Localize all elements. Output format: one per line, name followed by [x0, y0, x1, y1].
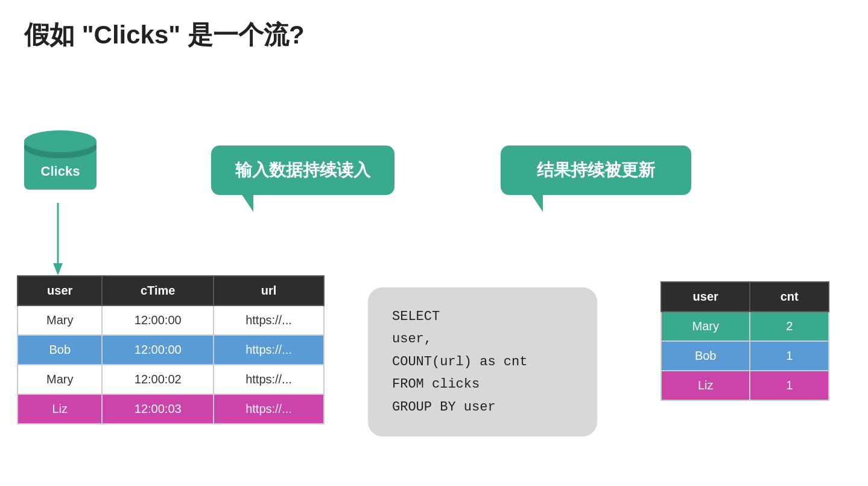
input-data-table: user cTime url Mary 12:00:00 https://...… — [17, 275, 325, 424]
main-content: Clicks 输入数据持续读入 结果持续被更新 user cTime url M… — [0, 58, 868, 484]
bubble-right: 结果持续被更新 — [501, 145, 691, 195]
svg-marker-1 — [53, 263, 63, 275]
output-table-container: user cnt Mary 2 Bob 1 Liz 1 — [661, 281, 829, 401]
cell-user: Mary — [17, 365, 102, 394]
cell-ctime: 12:00:02 — [102, 365, 214, 394]
cylinder: Clicks — [24, 130, 97, 197]
sql-line5: GROUP BY user — [392, 400, 496, 415]
cell-ctime: 12:00:00 — [102, 335, 214, 365]
out-cell-cnt: 1 — [750, 371, 829, 400]
cell-url: https://... — [214, 365, 324, 394]
col-header-url: url — [214, 276, 324, 305]
out-cell-cnt: 2 — [750, 312, 829, 341]
table-row: Mary 12:00:00 https://... — [17, 305, 324, 335]
out-cell-user: Liz — [661, 371, 750, 400]
cylinder-top — [24, 130, 97, 152]
cell-url: https://... — [214, 305, 324, 335]
cell-ctime: 12:00:03 — [102, 394, 214, 424]
output-header-row: user cnt — [661, 282, 829, 312]
sql-line4: FROM clicks — [392, 377, 480, 392]
sql-line2: user, — [392, 331, 432, 347]
sql-line3: COUNT(url) as cnt — [392, 354, 527, 369]
input-table-container: user cTime url Mary 12:00:00 https://...… — [17, 275, 325, 424]
cell-user: Liz — [17, 394, 102, 424]
table-row: Liz 12:00:03 https://... — [17, 394, 324, 424]
cell-url: https://... — [214, 335, 324, 365]
cylinder-label: Clicks — [41, 164, 80, 179]
col-header-ctime: cTime — [102, 276, 214, 305]
cell-ctime: 12:00:00 — [102, 305, 214, 335]
table-row: Bob 12:00:00 https://... — [17, 335, 324, 365]
out-cell-cnt: 1 — [750, 341, 829, 371]
out-cell-user: Mary — [661, 312, 750, 341]
col-header-user: user — [17, 276, 102, 305]
cell-url: https://... — [214, 394, 324, 424]
sql-line1: SELECT — [392, 309, 440, 324]
bubble-left: 输入数据持续读入 — [211, 145, 394, 195]
cell-user: Mary — [17, 305, 102, 335]
table-row: Liz 1 — [661, 371, 829, 400]
table-row: Mary 12:00:02 https://... — [17, 365, 324, 394]
table-row: Bob 1 — [661, 341, 829, 371]
sql-box: SELECT user, COUNT(url) as cnt FROM clic… — [368, 287, 597, 436]
out-col-header-cnt: cnt — [750, 282, 829, 312]
out-cell-user: Bob — [661, 341, 750, 371]
cylinder-container: Clicks — [24, 130, 97, 197]
cell-user: Bob — [17, 335, 102, 365]
arrow-down — [57, 203, 59, 275]
table-header-row: user cTime url — [17, 276, 324, 305]
page-title: 假如 "Clicks" 是一个流? — [0, 0, 868, 58]
table-row: Mary 2 — [661, 312, 829, 341]
output-data-table: user cnt Mary 2 Bob 1 Liz 1 — [661, 281, 829, 401]
out-col-header-user: user — [661, 282, 750, 312]
